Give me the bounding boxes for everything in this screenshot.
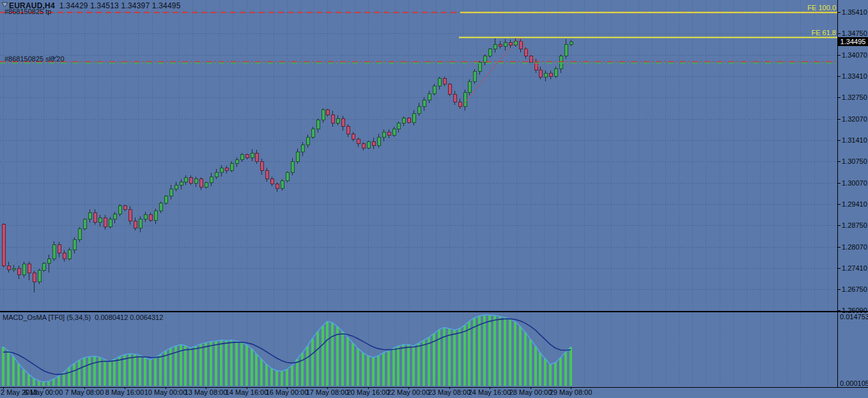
price-axis-label: 1.30750 (842, 157, 867, 165)
price-axis-tick (838, 55, 841, 56)
price-axis-tick (838, 183, 841, 184)
price-axis-label: 1.32070 (842, 115, 867, 123)
price-axis-label: 1.35410 (842, 8, 867, 16)
price-axis-tick (838, 204, 841, 205)
main-chart-canvas[interactable] (0, 0, 838, 311)
title-spacer (55, 1, 59, 10)
fibo-label-618[interactable]: FE 61.8 (811, 29, 836, 36)
price-axis-label: 1.27410 (842, 264, 867, 272)
indicator-name: MACD_OsMA [TF0] (5,34,5) (3, 314, 91, 321)
price-axis-label: 1.34750 (842, 29, 867, 37)
price-axis-label: 1.31410 (842, 136, 867, 144)
price-axis-label: 1.28070 (842, 243, 867, 251)
order-sl-id: #868150825 sl (4, 55, 50, 63)
sl-line[interactable] (0, 62, 838, 63)
current-price-tag: 1.34495 (838, 37, 868, 46)
macd-histogram (2, 315, 572, 386)
price-axis-tick (838, 12, 841, 13)
main-grid (0, 0, 838, 311)
price-axis-tick (838, 268, 841, 269)
price-axis-tick (838, 289, 841, 290)
price-axis-label: 1.34070 (842, 51, 867, 59)
price-axis-tick (838, 225, 841, 226)
price-axis-label: 1.29410 (842, 200, 867, 208)
price-axis-tick (838, 97, 841, 98)
order-tp-label[interactable]: #868150825 tp (4, 8, 51, 15)
axis-border-vertical (837, 0, 838, 387)
price-axis-tick (838, 76, 841, 77)
price-axis-tick (838, 33, 841, 34)
indicator-grid (4, 312, 828, 387)
panel-separator[interactable] (0, 311, 868, 312)
price-axis-tick (838, 119, 841, 120)
indicator-macd-value: 0.0080412 (95, 314, 128, 321)
time-axis-label: 29 May 08:00 (545, 388, 596, 396)
indicator-signal-value: 0.0064312 (130, 314, 163, 321)
price-axis-label: 1.28750 (842, 221, 867, 229)
trade-marker-icon (52, 55, 58, 61)
chart-window[interactable]: EURAUD,H4 1.34429 1.34513 1.34397 1.3449… (0, 0, 868, 398)
price-axis-label: 1.26750 (842, 285, 867, 293)
price-axis-label: 1.26090 (842, 306, 867, 314)
order-sl-label[interactable]: #868150825 sl0.20 (4, 55, 65, 63)
indicator-label: MACD_OsMA [TF0] (5,34,5) 0.0080412 0.006… (3, 314, 163, 321)
price-axis-label: 1.30070 (842, 179, 867, 187)
fibo-label-100[interactable]: FE 100.0 (807, 4, 836, 12)
price-axis-tick (838, 247, 841, 248)
indicator-canvas[interactable] (0, 312, 838, 387)
price-axis-label: 1.32750 (842, 93, 867, 101)
indicator-scale-max: 0.014753 (840, 313, 868, 321)
price-axis-label: 1.33410 (842, 72, 867, 80)
indicator-scale-min: 0.0001059 (840, 379, 868, 387)
price-axis-tick (838, 140, 841, 141)
price-axis-tick (838, 310, 841, 311)
ohlc-values: 1.34429 1.34513 1.34397 1.34495 (59, 1, 181, 10)
price-axis-tick (838, 161, 841, 162)
axis-border-horizontal (0, 387, 868, 388)
